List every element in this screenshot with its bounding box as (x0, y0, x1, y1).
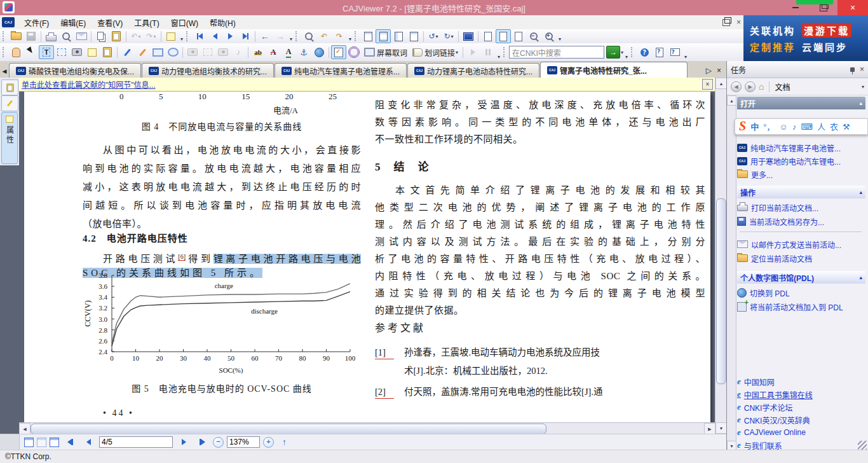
info-bar-close-button[interactable]: × (702, 79, 713, 90)
area-select-tool-button[interactable] (54, 45, 69, 59)
link-cajviewer-online[interactable]: eCAJViewer Online (737, 426, 865, 439)
fit-page-button[interactable] (496, 29, 511, 43)
toolbar-overflow-icon[interactable]: ▾ (559, 36, 561, 43)
voice-icon[interactable]: ♪ (792, 123, 797, 131)
open-button[interactable] (8, 29, 24, 43)
tab-doc-5-active[interactable]: CAJ锂离子电池特性研究_张... (540, 62, 688, 78)
open-doc-item-3[interactable]: CAJ用于寒地的电动汽车锂电... (737, 155, 865, 167)
menu-window[interactable]: 窗口(W) (165, 15, 204, 29)
cnki-banner-ad[interactable]: 关联机构 漫游下载 定制推荐 云端同步 (743, 15, 868, 61)
action-print-item[interactable]: 打印当前活动文档... (737, 201, 865, 214)
action-mail-item[interactable]: 以邮件方式发送当前活动... (737, 238, 865, 251)
next-page-button[interactable] (222, 29, 238, 43)
help-topics-button[interactable]: ? (652, 45, 667, 59)
next-result-button[interactable]: ↷ (332, 29, 347, 43)
toolbar-overflow-icon[interactable]: ▾ (180, 36, 183, 43)
prev-page-button[interactable] (81, 435, 96, 449)
anchor-tool-button[interactable]: ⚓ (296, 45, 311, 59)
open-more-item[interactable]: 更多... (737, 168, 865, 181)
document-page[interactable]: 0 5 10 15 20 25 电流/A 图 4 不同放电电流与容量的关系曲线 … (24, 92, 710, 422)
link-cnki[interactable]: CAJe中国知网 (737, 375, 865, 388)
forward-view-button[interactable]: → (273, 29, 288, 43)
first-page-button[interactable] (62, 435, 78, 449)
menu-view[interactable]: 查看(V) (92, 15, 128, 29)
knowledge-node-link[interactable]: 单击此处查看此篇文献的"知网节"信息... (22, 79, 156, 90)
keyboard-icon[interactable]: ⌨ (801, 123, 813, 131)
skin-icon[interactable]: 衣 (830, 123, 838, 131)
pane-back-button[interactable]: ◀ (731, 81, 742, 92)
rotate-right-button[interactable]: ↻▾ (441, 29, 456, 43)
prev-page-button[interactable] (207, 29, 222, 43)
text-annotation-button[interactable] (100, 45, 115, 59)
scroll-up-button[interactable]: ▲ (715, 78, 727, 89)
snapshot-tool-button[interactable] (69, 45, 85, 59)
send-mail-button[interactable] (74, 29, 89, 43)
line-tool-button[interactable] (119, 45, 135, 59)
help-button[interactable]: ? (637, 45, 652, 59)
tab-doc-4[interactable]: CAJ动力锂离子电池动态特性研究... (407, 63, 539, 78)
prev-result-button[interactable]: ↶ (316, 29, 332, 43)
menu-help[interactable]: 帮助(H) (204, 15, 241, 29)
link-reference-books[interactable]: e中国工具书集锦在线 (737, 388, 865, 401)
save-button[interactable] (24, 29, 39, 43)
toolbar-grip[interactable] (186, 31, 189, 41)
pause-button[interactable] (480, 45, 496, 59)
print-button[interactable] (43, 29, 58, 43)
tab-close-button[interactable]: × (717, 66, 721, 75)
toolbar-overflow-icon[interactable]: ▾ (349, 36, 351, 43)
zoom-level-input[interactable] (227, 436, 260, 448)
section-actions-header[interactable]: 操作 ▴ (737, 186, 865, 198)
pane-scrollbar[interactable]: ▲ ▼ (727, 95, 736, 451)
search-go-button[interactable]: → (606, 46, 620, 59)
toolbar-overflow-icon[interactable]: ▾ (684, 54, 687, 61)
continuous-view-button[interactable] (376, 29, 391, 43)
punctuation-icon[interactable]: °， (763, 123, 775, 131)
pane-forward-button[interactable]: ▶ (745, 81, 756, 92)
highlight-text-button[interactable]: ab (250, 45, 266, 59)
vertical-scroll-thumb[interactable] (716, 198, 726, 384)
context-help-button[interactable]: ? (667, 45, 682, 59)
menu-file[interactable]: 文件(F) (18, 15, 55, 29)
select-tool-button[interactable] (24, 45, 39, 59)
pdl-switch-item[interactable]: 切换到 PDL (737, 286, 865, 299)
facing-page-mode-button[interactable] (37, 438, 46, 447)
undo-button[interactable]: ↶▾ (128, 29, 144, 43)
pdl-add-item[interactable]: 将当前活动文档加入到 PDL (737, 300, 865, 313)
toolbar-grip[interactable] (631, 47, 634, 57)
tab-doc-1[interactable]: CAJ磷酸铁锂电池组均衡充电及保... (9, 63, 141, 78)
menu-tools[interactable]: 工具(T) (128, 15, 165, 29)
sogou-logo-icon[interactable]: S (739, 119, 746, 134)
account-icon[interactable]: 人 (817, 123, 825, 131)
document-vertical-scrollbar[interactable]: ▲ ▼ (715, 78, 726, 434)
reference-2-link[interactable]: [2] (375, 385, 394, 399)
actual-size-button[interactable] (480, 29, 496, 43)
show-annotations-button[interactable] (331, 45, 346, 59)
document-horizontal-scrollbar[interactable]: ◀ ▶ (19, 422, 715, 434)
image-fill-tool-button[interactable] (185, 45, 200, 59)
link-cnki-dictionary[interactable]: eCNKI英汉/汉英辞典 (737, 413, 865, 426)
single-page-mode-button[interactable] (24, 438, 34, 447)
rectangle-tool-button[interactable] (150, 45, 165, 59)
mdi-restore-button[interactable] (722, 19, 730, 26)
thumbnail-mode-button[interactable] (50, 438, 59, 447)
section-open-header[interactable]: 打开 ▴ (737, 97, 865, 109)
cnki-search-input[interactable] (510, 48, 613, 57)
home-button[interactable]: ⌂ (759, 81, 764, 92)
first-page-button[interactable] (192, 29, 207, 43)
tab-scroll-right-button[interactable]: ▷ (706, 66, 712, 75)
note-tool-button[interactable] (85, 45, 100, 59)
menu-edit[interactable]: 编辑(E) (55, 15, 92, 29)
pencil-tool-button[interactable] (135, 45, 150, 59)
toolbox-icon[interactable]: ⚒ (843, 123, 850, 131)
zoom-in-button[interactable]: + (263, 437, 274, 448)
movie-tool-button[interactable] (215, 45, 231, 59)
action-saveas-item[interactable]: 当前活动文档另存为... (737, 215, 865, 228)
continuous-facing-view-button[interactable] (406, 29, 421, 43)
page-number-input[interactable] (99, 436, 173, 448)
copy-button[interactable] (93, 29, 109, 43)
resize-grip[interactable] (858, 441, 867, 450)
hyperlink-tool-button[interactable] (311, 45, 327, 59)
close-button[interactable]: × (837, 0, 868, 15)
last-page-button[interactable] (194, 435, 210, 449)
search-go-dropdown-icon[interactable]: ▾ (621, 50, 623, 55)
